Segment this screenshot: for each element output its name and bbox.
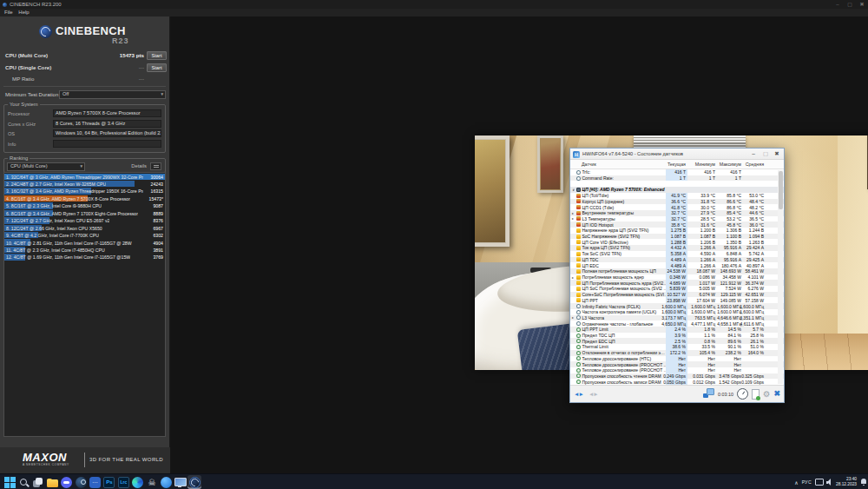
edge-icon[interactable] [131,475,145,489]
ranking-row[interactable]: 5. 8C/16T @ 2.3 GHz, Intel Core i9-9880H… [4,202,165,209]
sensor-row[interactable]: ЦП Потребляемая мощность ядра (SVI2…4.68… [570,280,784,286]
ranking-row[interactable]: 6. 8C/16T @ 3.4 GHz, AMD Ryzen 7 1700X E… [4,209,165,216]
column-header[interactable]: Максимум [717,162,743,167]
cinebench-taskbar-icon[interactable] [187,475,201,489]
column-header[interactable]: Средняя [743,162,766,167]
sensor-row[interactable]: ЦП SoC Потребляемая мощность (SVI2 …5.83… [570,286,784,292]
sensor-row[interactable]: Пропускная способность записи DRAM0.050 … [570,379,784,385]
language-indicator[interactable]: РУС [802,479,812,485]
sensor-row[interactable]: Ток SoC (SVI2 TFN)5.358 А4.590 А6.848 А5… [570,251,784,257]
sensor-row[interactable]: Напряжение ядра ЦП (SVI2 TFN)1.275 В1.20… [570,228,784,234]
sensor-row[interactable]: Thermal Limit38.6 %33.5 %90.1 %51.0 % [570,344,784,350]
sensor-row[interactable]: Ограничение частоты - глобальное4,650.0 … [570,320,784,327]
column-header[interactable]: Текущая [666,162,687,167]
sensor-row[interactable]: Тепловое дросселирование (PROCHOT …НетНе… [570,361,784,367]
task-view-icon[interactable] [31,475,45,489]
ranking-row[interactable]: 2. 24C/48T @ 2.7 GHz, Intel Xeon W-3265M… [4,180,165,187]
report-icon[interactable] [752,389,760,400]
clock-date[interactable]: 23:40 28.12.2023 [836,477,857,487]
close-icon[interactable]: ✖ [856,0,868,9]
sensor-row[interactable]: Infinity Fabric Частота (FCLK)1,600.0 МГ… [570,303,784,309]
sensor-row[interactable]: ▸Потребляемая мощность ядер0.348 W0.086 … [570,274,784,281]
power-icon [576,252,581,256]
sensor-row[interactable]: ЦП PPT Limit2.4 %1.8 %14.5 %5.7 % [570,327,784,333]
settings-gear-icon[interactable]: ⚙ [763,388,771,400]
column-header[interactable]: Минимум [687,162,717,167]
search-icon[interactable] [16,475,30,489]
start-button[interactable]: Start [147,51,167,60]
sensor-row[interactable]: Ток ядра ЦП (SVI2 TFN)4.432 А1.266 А95.9… [570,245,784,251]
sensor-row[interactable]: ▸L3 Температуры32.7 °C28.5 °C53.2 °C36.5… [570,216,784,222]
ranking-row[interactable]: 3. 16C/32T @ 3.4 GHz, AMD Ryzen Threadri… [4,188,165,195]
sensor-row[interactable]: Предел TDC ЦП3.9 %1.1 %84.1 %25.8 % [570,333,784,339]
ranking-row[interactable]: 12. 4C/8T @ 1.69 GHz, 11th Gen Intel Cor… [4,254,165,261]
temp-icon [576,199,581,203]
expand-arrows-icon[interactable]: ◄► [589,391,598,397]
ranking-list: 1. 32C/64T @ 3 GHz, AMD Ryzen Threadripp… [3,172,166,437]
sensor-row[interactable]: ЦП PPT23.898 W17.604 W149.085 W57.158 W [570,297,784,303]
hwinfo-titlebar[interactable]: H HWiNFO64 v7.64-5240 - Состояние датчик… [570,149,784,160]
notifications-bell-icon[interactable] [860,479,866,486]
network-tray-icon[interactable] [815,479,823,486]
game-app-icon[interactable]: ☠ [145,475,159,489]
ranking-row[interactable]: 10. 4C/8T @ 2.81 GHz, 11th Gen Intel Cor… [4,239,165,246]
sensor-row[interactable]: Предел EDC ЦП2.5 %0.8 %89.6 %26.1 % [570,338,784,344]
close-x-icon[interactable]: ✖ [773,388,780,400]
monitor-app-icon[interactable] [174,475,187,489]
collapse-arrows-icon[interactable]: ◄► [574,391,583,397]
maximize-icon[interactable]: ▢ [760,149,772,159]
volume-icon[interactable] [826,479,832,486]
menu-help[interactable]: Help [18,10,29,15]
minimize-icon[interactable]: – [832,0,844,9]
close-icon[interactable]: ✖ [771,149,783,159]
discord-icon[interactable] [60,475,74,489]
sensor-row[interactable]: ЦП EDC4.489 А1.266 А180.476 А40.897 А [570,262,784,268]
column-header[interactable]: Датчик [570,162,666,167]
ranking-row[interactable]: 8. 12C/24T @ 2.66 GHz, Intel Xeon CPU X5… [4,224,165,231]
sensor-row[interactable]: Command Rate:1 T1 T1 T [570,175,784,182]
ranking-row[interactable]: 4. 8C/16T @ 3.4 GHz, AMD Ryzen 7 5700X 8… [4,195,165,202]
menu-file[interactable]: File [4,10,13,15]
sensor-row[interactable]: Отклонения в отчетах о потреблении э…172… [570,350,784,356]
sensor-row[interactable]: Частота контроллера памяти (UCLK)1,600.0… [570,309,784,315]
ranking-row[interactable]: 7. 12C/24T @ 2.7 GHz, Intel Xeon CPU E5-… [4,217,165,224]
sensor-row[interactable]: ЦП Core VID (Effective)1.288 В1.206 В1.3… [570,239,784,245]
tray-chevron-icon[interactable]: ∧ [794,479,798,486]
network-monitor-icon[interactable] [703,388,714,400]
scrollbar-thumb[interactable] [779,171,783,209]
scrollbar[interactable] [778,170,783,384]
taskbar-icons: …PsLrc☠ [3,474,201,489]
ranking-filter-select[interactable]: CPU (Multi Core)▾ [7,162,85,171]
blue-app-icon[interactable] [159,475,173,489]
maximize-icon[interactable]: ▢ [844,0,856,9]
sensor-row[interactable]: ЦП TDC4.489 А1.266 А95.916 А29.425 А [570,257,784,263]
ranking-row[interactable]: 1. 32C/64T @ 3 GHz, AMD Ryzen Threadripp… [4,173,165,180]
sensor-row[interactable]: ▸Внутренние температуры32.7 °C27.9 °C85.… [570,210,784,216]
sensor-row[interactable]: Тепловое дросселирование (HTC)НетНетНет [570,356,784,362]
ranking-row[interactable]: 9. 4C/8T @ 4.2 GHz, Intel Core i7-7700K … [4,232,165,239]
sensor-row[interactable]: ▸L3 Частота3,173.7 МГц763.5 МГц4,646.6 М… [570,315,784,321]
file-explorer-icon[interactable] [45,475,59,489]
minimize-icon[interactable]: – [747,149,760,159]
sensor-row[interactable]: Core+SoC Потребляемая мощность (SVI…10.5… [570,292,784,298]
sensor-row[interactable]: ЦП (Tctl/Tdie)41.9 °C33.9 °C85.8 °C53.0 … [570,193,784,199]
chat-app-icon[interactable]: … [88,475,102,489]
sensor-row[interactable]: Trfc:416 T416 T416 T [570,169,784,175]
sensor-row[interactable]: SoC Напряжение (SVI2 TFN)1.087 В1.087 В1… [570,234,784,240]
sensor-row[interactable]: Корпус ЦП (среднее)36.6 °C31.8 °C86.6 °C… [570,199,784,205]
steam-icon[interactable] [74,475,88,489]
sensor-row[interactable]: ЦП CCD1 (Tdie)41.8 °C30.0 °C86.8 °C48.2 … [570,204,784,210]
sensor-row[interactable]: Тепловое дросселирование (PROCHOT …НетНе… [570,367,784,373]
sensor-row[interactable]: Полная потребляемая мощность ЦП24.538 W1… [570,268,784,274]
start-button[interactable]: Start [147,63,167,72]
lightroom-icon[interactable]: Lrc [116,475,130,489]
start-button[interactable] [3,475,16,489]
sensor-row[interactable]: Пропускная способность чтения DRAM0.249 … [570,373,784,380]
photoshop-icon[interactable]: Ps [102,475,116,489]
duration-select[interactable]: Off▾ [59,90,166,99]
ranking-row[interactable]: 11. 4C/8T @ 2.3 GHz, Intel Core i7-4850H… [4,246,165,253]
details-button[interactable] [150,162,161,170]
sensor-section-header[interactable]: ∨ЦП [#0]: AMD Ryzen 7 5700X: Enhanced [570,187,784,193]
sensor-row[interactable]: ЦП IOD Hotspot35.8 °C31.6 °C45.8 °C36.0 … [570,221,784,228]
clock-icon[interactable] [737,388,748,400]
